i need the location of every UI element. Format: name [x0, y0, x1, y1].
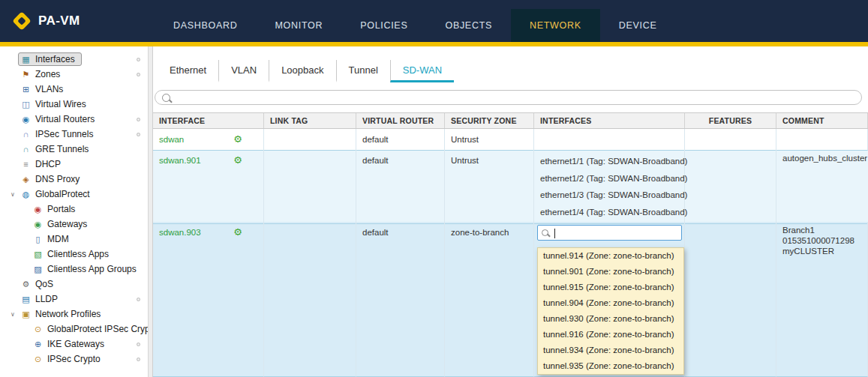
column-header-security-zone[interactable]: SECURITY ZONE: [445, 113, 534, 128]
sidebar-tree: ▦Interfaces⚑Zones⊞VLANs◫Virtual Wires◉Vi…: [0, 46, 148, 377]
tab-vlan[interactable]: VLAN: [218, 60, 269, 82]
item-dot: [137, 358, 140, 361]
sidebar-item-mdm[interactable]: ▯MDM: [0, 232, 148, 247]
chevron-down-icon[interactable]: ∨: [8, 311, 18, 318]
tab-loopback[interactable]: Loopback: [269, 60, 335, 82]
cell-security-zone: Untrust: [445, 129, 534, 151]
search-icon: [162, 94, 170, 102]
dropdown-option[interactable]: tunnel.935 (Zone: zone-to-branch): [538, 358, 683, 374]
column-header-link-tag[interactable]: LINK TAG: [264, 113, 356, 128]
dhcp-icon: ≡: [20, 160, 32, 169]
tab-ethernet[interactable]: Ethernet: [158, 60, 218, 82]
sidebar-item-label: GRE Tunnels: [35, 144, 89, 154]
sidebar-item-gateways[interactable]: ◉Gateways: [0, 217, 148, 232]
sidebar-item-qos[interactable]: ⚙QoS: [0, 277, 148, 292]
tab-sd-wan[interactable]: SD-WAN: [390, 60, 454, 82]
sidebar-item-lldp[interactable]: ▤LLDP: [0, 292, 148, 307]
table-row[interactable]: sdwan⚙defaultUntrust: [153, 129, 868, 150]
interface-link[interactable]: sdwan.901: [159, 153, 201, 168]
sidebar-item-ike-gateways[interactable]: ⊕IKE Gateways: [0, 337, 148, 352]
column-header-interfaces[interactable]: INTERFACES: [534, 113, 685, 128]
column-header-virtual-router[interactable]: VIRTUAL ROUTER: [356, 113, 445, 128]
item-dot: [137, 58, 140, 61]
sidebar-splitter[interactable]: [148, 46, 153, 377]
nav-tab-policies[interactable]: POLICIES: [341, 9, 426, 42]
interface-link[interactable]: sdwan.903: [159, 225, 201, 240]
sidebar-item-clientless-app-groups[interactable]: ▨Clientless App Groups: [0, 262, 148, 277]
column-header-comment[interactable]: COMMENT: [776, 113, 868, 128]
sidebar-item-label: GlobalProtect: [35, 189, 90, 199]
cell-features: [685, 150, 776, 224]
security-zone-value: Untrust: [451, 156, 479, 165]
sidebar-item-globalprotect-ipsec-crypto[interactable]: ⊙GlobalProtect IPSec Crypto: [0, 322, 148, 337]
dropdown-option[interactable]: tunnel.904 (Zone: zone-to-branch): [538, 295, 683, 311]
sidebar-item-label: GlobalProtect IPSec Crypto: [47, 324, 148, 334]
sidebar-item-zones[interactable]: ⚑Zones: [0, 67, 148, 82]
sidebar-item-virtual-routers[interactable]: ◉Virtual Routers: [0, 112, 148, 127]
lldp-icon: ▤: [20, 295, 32, 304]
virtual-router-value: default: [362, 228, 389, 237]
sidebar-item-label: Gateways: [47, 219, 87, 229]
sidebar-item-pill: ⊕IKE Gateways: [30, 337, 111, 351]
interfaces-combobox[interactable]: [537, 225, 682, 241]
dropdown-option[interactable]: tunnel.915 (Zone: zone-to-branch): [538, 280, 683, 295]
gear-icon[interactable]: ⚙: [233, 132, 242, 147]
sidebar-item-ipsec-tunnels[interactable]: ∩IPSec Tunnels: [0, 127, 148, 142]
portals-icon: ◉: [32, 205, 44, 214]
dropdown-option[interactable]: tunnel.914 (Zone: zone-to-branch): [538, 248, 683, 264]
gear-icon[interactable]: ⚙: [233, 225, 242, 240]
sidebar-item-gre-tunnels[interactable]: ∩GRE Tunnels: [0, 142, 148, 157]
dropdown-option[interactable]: tunnel.916 (Zone: zone-to-branch): [538, 327, 683, 343]
dropdown-option[interactable]: tunnel.901 (Zone: zone-to-branch): [538, 264, 683, 280]
cell-link-tag: [264, 129, 356, 151]
qos-icon: ⚙: [20, 280, 32, 289]
ike-gateways-icon: ⊕: [32, 340, 44, 349]
sidebar-item-dhcp[interactable]: ≡DHCP: [0, 157, 148, 172]
nav-tab-device[interactable]: DEVICE: [600, 9, 676, 42]
interfaces-combo-input[interactable]: [552, 227, 677, 238]
nav-tab-monitor[interactable]: MONITOR: [256, 9, 341, 42]
sidebar-item-pill: ▯MDM: [30, 232, 76, 246]
column-header-interface[interactable]: INTERFACE: [153, 113, 264, 128]
table-row[interactable]: sdwan.901⚙defaultUntrustethernet1/1 (Tag…: [153, 150, 868, 222]
chevron-down-icon[interactable]: ∨: [8, 191, 18, 198]
sidebar-item-label: IKE Gateways: [47, 339, 104, 349]
cell-comment: autogen_hubs_cluster: [776, 150, 868, 224]
sidebar-item-label: VLANs: [35, 84, 63, 94]
sidebar-item-portals[interactable]: ◉Portals: [0, 202, 148, 217]
device-name: PA-VM: [38, 13, 80, 28]
table-row[interactable]: sdwan.903⚙defaultzone-to-branchtunnel.91…: [153, 222, 868, 377]
nav-tab-dashboard[interactable]: DASHBOARD: [155, 9, 256, 42]
globalprotect-icon: ◍: [20, 190, 32, 199]
dropdown-option[interactable]: tunnel.934 (Zone: zone-to-branch): [538, 343, 683, 358]
sidebar-item-ipsec-crypto[interactable]: ⊙IPSec Crypto: [0, 352, 148, 367]
tab-tunnel[interactable]: Tunnel: [336, 60, 390, 82]
sidebar-item-interfaces[interactable]: ▦Interfaces: [0, 52, 148, 67]
sidebar-item-clientless-apps[interactable]: ▧Clientless Apps: [0, 247, 148, 262]
nav-tab-network[interactable]: NETWORK: [511, 9, 600, 42]
sidebar-item-vlans[interactable]: ⊞VLANs: [0, 82, 148, 97]
sidebar-item-dns-proxy[interactable]: ◈DNS Proxy: [0, 172, 148, 187]
sidebar-item-globalprotect[interactable]: ∨◍GlobalProtect: [0, 187, 148, 202]
column-header-features[interactable]: FEATURES: [685, 113, 776, 128]
sidebar-item-pill: ▣Network Profiles: [18, 307, 107, 321]
interface-link[interactable]: sdwan: [159, 132, 184, 147]
sidebar-item-virtual-wires[interactable]: ◫Virtual Wires: [0, 97, 148, 112]
dropdown-option[interactable]: tunnel.930 (Zone: zone-to-branch): [538, 311, 683, 327]
filter-input[interactable]: [176, 91, 854, 103]
table-filter[interactable]: [155, 90, 862, 105]
interfaces-dropdown: tunnel.914 (Zone: zone-to-branch)tunnel.…: [537, 247, 684, 375]
table-header: INTERFACELINK TAGVIRTUAL ROUTERSECURITY …: [153, 112, 868, 129]
gear-icon[interactable]: ⚙: [233, 153, 242, 168]
sidebar-item-pill: ◫Virtual Wires: [18, 97, 93, 111]
cell-link-tag: [264, 222, 356, 377]
item-dot: [137, 298, 140, 301]
cell-virtual-router: default: [356, 222, 445, 377]
cell-interface: sdwan.903⚙: [153, 222, 264, 377]
security-zone-value: Untrust: [451, 135, 479, 144]
cell-security-zone: zone-to-branch: [445, 222, 534, 377]
sidebar-item-network-profiles[interactable]: ∨▣Network Profiles: [0, 307, 148, 322]
virtual-router-value: default: [362, 156, 389, 165]
nav-tab-objects[interactable]: OBJECTS: [426, 9, 511, 42]
ipsec-crypto-icon: ⊙: [32, 355, 44, 364]
